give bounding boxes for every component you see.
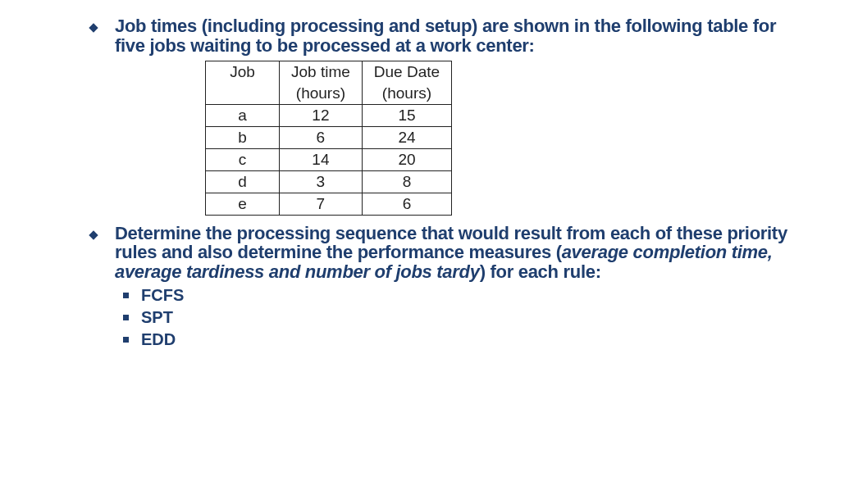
job-table: Job Job time Due Date (hours) (hours) a … — [205, 61, 452, 216]
table-row: d 3 8 — [206, 170, 452, 193]
table-row: a 12 15 — [206, 104, 452, 126]
question-bullet: Determine the processing sequence that w… — [115, 224, 809, 350]
cell-job: b — [206, 126, 280, 148]
table-row: b 6 24 — [206, 126, 452, 148]
units-duedate: (hours) — [362, 83, 451, 105]
cell-job: e — [206, 193, 280, 215]
rules-list: FCFS SPT EDD — [115, 285, 809, 350]
table-header-row: Job Job time Due Date — [206, 61, 452, 83]
rule-item: SPT — [141, 307, 809, 328]
header-job: Job — [206, 61, 280, 83]
cell-due: 15 — [362, 104, 451, 126]
table-units-row: (hours) (hours) — [206, 83, 452, 105]
cell-time: 14 — [280, 148, 363, 170]
cell-job: c — [206, 148, 280, 170]
cell-job: a — [206, 104, 280, 126]
cell-time: 3 — [280, 170, 363, 193]
rule-item: EDD — [141, 329, 809, 350]
job-table-wrap: Job Job time Due Date (hours) (hours) a … — [205, 61, 809, 216]
units-job — [206, 83, 280, 105]
cell-due: 6 — [362, 193, 451, 215]
content-list: Job times (including processing and setu… — [82, 16, 809, 350]
rule-item: FCFS — [141, 285, 809, 306]
table-row: e 7 6 — [206, 193, 452, 215]
cell-job: d — [206, 170, 280, 193]
intro-bullet: Job times (including processing and setu… — [115, 16, 809, 216]
cell-time: 12 — [280, 104, 363, 126]
question-text: Determine the processing sequence that w… — [115, 224, 809, 282]
header-duedate: Due Date — [362, 61, 451, 83]
cell-due: 8 — [362, 170, 451, 193]
cell-time: 6 — [280, 126, 363, 148]
cell-due: 20 — [362, 148, 451, 170]
header-jobtime: Job time — [280, 61, 363, 83]
units-jobtime: (hours) — [280, 83, 363, 105]
intro-text: Job times (including processing and setu… — [115, 16, 809, 56]
cell-time: 7 — [280, 193, 363, 215]
question-tail: ) for each rule: — [480, 261, 601, 282]
table-row: c 14 20 — [206, 148, 452, 170]
cell-due: 24 — [362, 126, 451, 148]
